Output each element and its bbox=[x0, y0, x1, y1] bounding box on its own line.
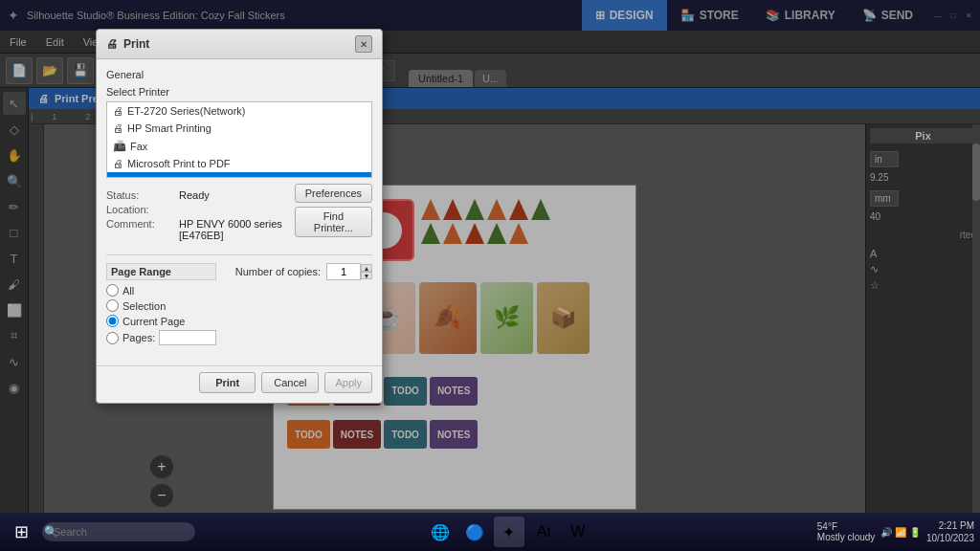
taskbar-clock: 2:21 PM 10/10/2023 bbox=[926, 519, 974, 544]
clock-time: 2:21 PM bbox=[926, 519, 974, 532]
copies-input[interactable] bbox=[326, 263, 361, 280]
taskbar-app-silhouette[interactable]: ✦ bbox=[494, 517, 524, 547]
dialog-footer: Print Cancel Apply bbox=[97, 365, 382, 403]
dialog-apply-btn[interactable]: Apply bbox=[324, 372, 372, 393]
dialog-close-btn[interactable]: ✕ bbox=[355, 35, 372, 53]
printer-list[interactable]: 🖨 ET-2720 Series(Network) 🖨 HP Smart Pri… bbox=[106, 101, 372, 178]
copies-up-btn[interactable]: ▲ bbox=[361, 264, 372, 272]
location-value bbox=[179, 204, 295, 215]
taskbar-app-edge[interactable]: 🌐 bbox=[425, 517, 456, 547]
radio-pages-row[interactable]: Pages: bbox=[106, 330, 216, 345]
radio-current-label: Current Page bbox=[122, 316, 185, 327]
radio-all-label: All bbox=[122, 285, 134, 297]
printer-status-grid: Status: Ready Location: Comment: HP ENVY… bbox=[106, 189, 295, 241]
weather-info: 54°F Mostly cloudy bbox=[817, 521, 876, 542]
preferences-btn[interactable]: Preferences bbox=[295, 184, 372, 203]
find-printer-btn[interactable]: Find Printer... bbox=[295, 207, 372, 237]
taskbar-search-input[interactable] bbox=[42, 522, 195, 541]
taskbar-app-illustrator[interactable]: Ai bbox=[528, 517, 559, 547]
select-printer-label: Select Printer bbox=[106, 86, 372, 98]
dialog-title-bar: 🖨 Print ✕ bbox=[97, 30, 382, 59]
dialog-title: 🖨 Print bbox=[106, 37, 149, 51]
app-container: ✦ Silhouette Studio® Business Edition: C… bbox=[0, 0, 980, 551]
taskbar-system: 54°F Mostly cloudy 🔊 📶 🔋 2:21 PM 10/10/2… bbox=[817, 519, 974, 544]
radio-pages-label: Pages: bbox=[122, 332, 155, 343]
radio-current-input[interactable] bbox=[106, 315, 119, 327]
printer-icon-title: 🖨 bbox=[106, 37, 118, 51]
printer-item-hpenvy[interactable]: 🖨 HP ENVY 6000 series [E476EB] bbox=[107, 172, 371, 178]
taskbar-app-chrome[interactable]: 🔵 bbox=[459, 517, 490, 547]
copies-section: Number of copies: ▲ ▼ bbox=[235, 263, 372, 356]
general-label: General bbox=[106, 69, 372, 80]
printer-item-hpsmart[interactable]: 🖨 HP Smart Printing bbox=[107, 120, 371, 137]
fax-icon: 📠 bbox=[113, 140, 126, 152]
copies-row: Number of copies: ▲ ▼ bbox=[235, 263, 372, 280]
clock-date: 10/10/2023 bbox=[926, 532, 974, 544]
printer-item-fax[interactable]: 📠 Fax bbox=[107, 137, 371, 155]
location-label: Location: bbox=[106, 204, 173, 215]
printer-icon-hpsmart: 🖨 bbox=[113, 122, 123, 134]
radio-current-row[interactable]: Current Page bbox=[106, 315, 216, 327]
printer-icon-et2720: 🖨 bbox=[113, 105, 123, 117]
radio-all-input[interactable] bbox=[106, 284, 119, 297]
sys-tray-icons: 🔊 📶 🔋 bbox=[880, 527, 921, 538]
status-value: Ready bbox=[179, 189, 295, 201]
print-dialog: 🖨 Print ✕ General Select Printer 🖨 ET-27… bbox=[96, 29, 383, 404]
copies-down-btn[interactable]: ▼ bbox=[361, 272, 372, 279]
dialog-overlay: 🖨 Print ✕ General Select Printer 🖨 ET-27… bbox=[0, 0, 980, 551]
radio-selection-input[interactable] bbox=[106, 299, 119, 312]
radio-selection-row[interactable]: Selection bbox=[106, 299, 216, 312]
comment-label: Comment: bbox=[106, 218, 173, 241]
start-button[interactable]: ⊞ bbox=[6, 517, 36, 547]
radio-pages-input[interactable] bbox=[106, 332, 119, 344]
comment-value: HP ENVY 6000 series [E476EB] bbox=[179, 218, 295, 241]
dialog-body: General Select Printer 🖨 ET-2720 Series(… bbox=[97, 59, 382, 365]
page-range-section: Page Range All Selection Current Page bbox=[106, 263, 216, 348]
section-divider bbox=[106, 254, 372, 255]
printer-icon-mspdf: 🖨 bbox=[113, 158, 123, 169]
page-range-title: Page Range bbox=[106, 263, 216, 280]
radio-all-row[interactable]: All bbox=[106, 284, 216, 297]
search-icon: 🔍 bbox=[44, 525, 58, 539]
dialog-cancel-btn[interactable]: Cancel bbox=[261, 372, 319, 393]
taskbar-app-word[interactable]: W bbox=[563, 517, 593, 547]
copies-spinner: ▲ ▼ bbox=[361, 264, 372, 279]
status-label: Status: bbox=[106, 189, 173, 201]
pages-range-input[interactable] bbox=[159, 330, 216, 345]
printer-item-mspdf[interactable]: 🖨 Microsoft Print to PDF bbox=[107, 155, 371, 172]
dialog-print-btn[interactable]: Print bbox=[199, 372, 256, 393]
printer-item-et2720[interactable]: 🖨 ET-2720 Series(Network) bbox=[107, 102, 371, 120]
taskbar-apps: 🌐 🔵 ✦ Ai W bbox=[201, 517, 817, 547]
taskbar: ⊞ 🔍 🌐 🔵 ✦ Ai W 54°F Mostly cloudy 🔊 📶 🔋 … bbox=[0, 513, 980, 551]
radio-selection-label: Selection bbox=[122, 300, 166, 312]
copies-label: Number of copies: bbox=[235, 266, 321, 277]
printer-icon-hpenvy: 🖨 bbox=[113, 175, 123, 178]
